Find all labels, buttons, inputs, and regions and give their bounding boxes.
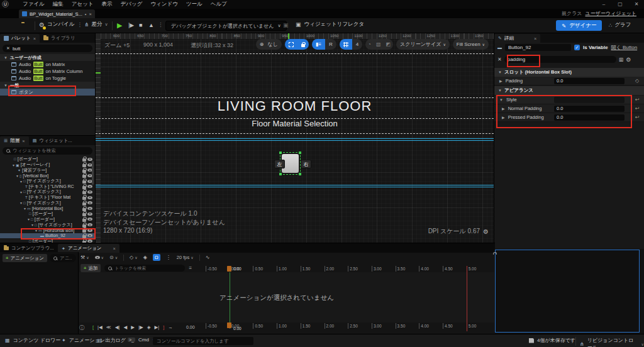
designer-tab-button[interactable]: ✎ デザイナー [556, 20, 602, 31]
eye-visibility-icon[interactable] [87, 223, 92, 226]
next-key-icon[interactable]: ◈ [147, 324, 151, 330]
resize-handle[interactable] [299, 173, 301, 175]
menu-item-2[interactable]: アセット [72, 1, 94, 8]
reset-icon[interactable]: ↩ [635, 97, 640, 102]
grid-snap-group[interactable]: 4 [340, 39, 362, 50]
range-end-icon[interactable]: ] [163, 324, 164, 330]
previous-key-icon[interactable]: ≪ [106, 324, 111, 330]
hierarchy-row-5[interactable]: T[テキスト] "LIVING RC [0, 184, 95, 189]
menu-item-0[interactable]: ファイル [23, 1, 45, 8]
loop-mode-icon[interactable]: → [168, 324, 173, 330]
range-start-icon[interactable]: [ [92, 324, 94, 330]
unsaved-status[interactable]: 4個が未保存です [529, 337, 575, 344]
palette-item-1-0[interactable]: ボタン [0, 89, 95, 96]
normal-padding-value-field[interactable]: 0.0 [554, 106, 625, 112]
lock-icon[interactable] [82, 213, 86, 216]
expander-icon[interactable]: ▾ [16, 174, 18, 178]
eye-visibility-icon[interactable] [87, 207, 92, 210]
marquee-select-icon[interactable] [285, 39, 297, 50]
timeline-ruler-bottom[interactable]: -0.500.000.501.001.502.002.503.003.504.0… [0, 323, 495, 329]
align-icon[interactable]: ▮≡ [312, 39, 325, 50]
resize-handle[interactable] [279, 151, 282, 154]
palette-search-input[interactable]: ✕ butt [3, 45, 92, 52]
minimize-button[interactable]: – [599, 0, 609, 8]
tab-animation[interactable]: ✦ アニメーション × [58, 244, 119, 253]
lock-icon[interactable] [82, 186, 86, 189]
playhead-marker-bottom[interactable] [227, 322, 231, 328]
hierarchy-row-9[interactable]: ▾▭[Horizontal Box] [0, 206, 95, 211]
settings-gear-icon[interactable]: ⚙ [626, 57, 631, 63]
eye-visibility-icon[interactable] [87, 196, 92, 199]
lock-icon[interactable] [82, 219, 86, 222]
hierarchy-row-3[interactable]: ▾▯[Vertical Box] [0, 173, 95, 179]
hierarchy-row-11[interactable]: ▾□[ボーダー] [0, 217, 95, 223]
expander-icon[interactable]: ▾ [28, 217, 30, 221]
menu-item-1[interactable]: 編集 [53, 1, 64, 8]
screen-size-dropdown[interactable]: スクリーンサイズ∨ [396, 39, 450, 50]
eye-visibility-icon[interactable] [87, 158, 92, 161]
content-drawer-button[interactable]: ▦ コンテンツ ドロワー [5, 337, 60, 344]
menu-item-6[interactable]: ツール [186, 1, 203, 8]
play-button[interactable]: ▶ [117, 21, 122, 30]
curve-editor-icon[interactable]: ∿ [206, 255, 210, 260]
expander-icon[interactable]: ▾ [13, 163, 14, 167]
lock-icon[interactable] [82, 175, 86, 178]
drag-handle-right[interactable]: 右 [301, 160, 311, 168]
expander-icon[interactable]: ▾ [35, 228, 37, 233]
palette-item-0-1[interactable]: Audio Button Matrix Column [0, 68, 95, 75]
eye-visibility-icon[interactable] [87, 229, 92, 232]
lock-icon[interactable] [82, 235, 86, 238]
output-log-button[interactable]: ▤ 出力ログ [97, 337, 126, 344]
localization-none-button[interactable]: なし [267, 39, 281, 50]
respect-locks-button[interactable]: R [325, 39, 336, 50]
diff-button[interactable]: ⋔ 差分 ∨ [84, 21, 108, 28]
flip-icon[interactable]: ◩ [384, 39, 394, 50]
designer-canvas[interactable]: 6006507007508008509009501000105011001150… [96, 33, 494, 243]
lock-icon[interactable] [82, 180, 86, 184]
play-icon[interactable]: ▶ [131, 324, 135, 330]
play-reverse-icon[interactable]: ◀ [123, 324, 127, 330]
lock-icon[interactable] [82, 208, 86, 211]
hierarchy-row-1[interactable]: ▾▣[オーバーレイ] [0, 162, 95, 168]
widget-reflector-button[interactable]: ▣ ウィジェットリフレクタ [296, 21, 364, 28]
cmd-dropdown[interactable]: >_ Cmd ∨ [128, 337, 155, 343]
hierarchy-row-2[interactable]: ✦[背景ブラー] [0, 167, 95, 173]
play-options-icon[interactable]: ⋮ [158, 21, 164, 28]
timeline-ruler-top[interactable]: -0.500.000.501.001.502.002.503.003.504.0… [0, 266, 495, 272]
compile-button[interactable]: ⚙ コンパイル ⋮ [39, 21, 82, 28]
hierarchy-scrollbar[interactable] [92, 161, 94, 185]
eject-button[interactable]: ▲ [148, 22, 154, 28]
to-end-icon[interactable]: ▶| [154, 324, 159, 330]
expander-icon[interactable]: ▾ [20, 179, 22, 184]
eye-visibility-icon[interactable] [87, 212, 92, 216]
fps-dropdown[interactable]: 20 fps∨ [177, 255, 194, 260]
lock-icon[interactable] [82, 191, 86, 194]
tab-close-icon[interactable]: × [89, 11, 91, 17]
reset-icon[interactable]: ↩ [635, 114, 640, 120]
hierarchy-row-4[interactable]: ▾□[サイズボックス] [0, 179, 95, 184]
lock-icon[interactable] [82, 202, 86, 206]
menu-item-3[interactable]: 表示 [102, 1, 113, 8]
lock-icon[interactable] [82, 170, 86, 173]
eye-options-icon[interactable]: ∨ [95, 255, 104, 260]
eye-visibility-icon[interactable] [87, 234, 92, 237]
palette-tab-close-icon[interactable]: × [33, 36, 36, 41]
localization-group[interactable]: ⊕ なし [256, 39, 282, 50]
menu-item-5[interactable]: ウィンドウ [150, 1, 178, 8]
tab-content-browser[interactable]: コンテンツブラウ... [0, 244, 58, 253]
details-search-input[interactable]: padding [504, 56, 616, 63]
selection-lock-group[interactable] [285, 39, 309, 50]
animation-tab-close-icon[interactable]: × [113, 246, 116, 251]
grid-snap-size[interactable]: 4 [352, 39, 362, 50]
reset-icon[interactable]: ↩ [635, 106, 640, 111]
clear-search-icon[interactable]: ✕ [6, 46, 10, 51]
eye-visibility-icon[interactable] [87, 185, 92, 188]
eye-visibility-icon[interactable] [87, 190, 92, 194]
details-tab-close-icon[interactable]: × [534, 36, 536, 41]
graph-tab-button[interactable]: ∴ グラフ [609, 21, 631, 29]
fill-screen-dropdown[interactable]: Fill Screen∨ [453, 39, 489, 50]
hierarchy-row-7[interactable]: T[テキスト] "Floor Mat [0, 195, 95, 201]
resize-handle[interactable] [279, 173, 282, 175]
auto-key-icon[interactable]: ◈ [143, 255, 147, 260]
drag-handle-left[interactable]: 左 [274, 160, 285, 168]
